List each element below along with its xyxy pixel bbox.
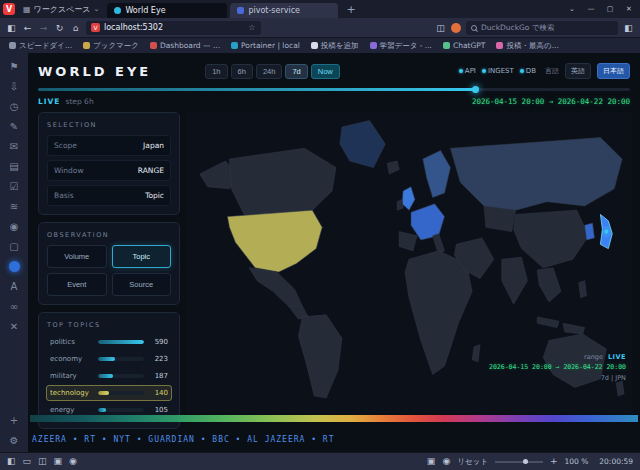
zoom-slider[interactable] xyxy=(495,457,543,466)
region-usa[interactable] xyxy=(227,210,322,272)
feeds-panel-icon[interactable]: ≋ xyxy=(7,200,21,213)
region-south-america[interactable] xyxy=(298,315,341,398)
settings-gear-icon[interactable]: ⚙ xyxy=(7,434,21,447)
downloads-panel-icon[interactable]: ⇩ xyxy=(7,80,21,93)
region-indonesia-east[interactable] xyxy=(563,323,585,334)
tab-pivot-service[interactable]: pivot-service xyxy=(230,3,338,18)
observation-topic-button[interactable]: Topic xyxy=(112,245,172,268)
region-africa[interactable] xyxy=(405,251,472,375)
region-india[interactable] xyxy=(502,257,528,304)
region-philippines[interactable] xyxy=(579,281,587,298)
region-russia[interactable] xyxy=(450,138,622,211)
new-tab-button[interactable]: + xyxy=(341,3,360,16)
minimize-button[interactable]: — xyxy=(583,5,599,13)
image-toggle-icon[interactable]: ▣ xyxy=(54,457,63,466)
window-menu-icon[interactable]: ⌄ xyxy=(564,5,580,13)
screenshot-icon[interactable]: ◉ xyxy=(442,457,450,466)
observation-volume-button[interactable]: Volume xyxy=(47,245,107,268)
translate-panel-icon[interactable]: A xyxy=(7,280,21,293)
bookmark-item[interactable]: 投稿・最高の... xyxy=(496,41,558,51)
forward-icon[interactable]: → xyxy=(38,23,49,33)
zoom-reset-button[interactable]: リセット xyxy=(457,457,488,467)
bookmark-star-icon[interactable]: ☆ xyxy=(248,23,255,32)
close-button[interactable]: ✕ xyxy=(621,5,637,13)
maximize-button[interactable]: ▢ xyxy=(602,5,618,13)
region-indonesia-west[interactable] xyxy=(537,317,559,328)
workspace-switcher[interactable]: ▦ ワークスペース ⌄ xyxy=(18,4,104,15)
vivaldi-logo-icon[interactable]: V xyxy=(3,3,15,15)
bookmark-item[interactable]: Portainer | local xyxy=(231,41,300,50)
window-panel-icon[interactable]: ▢ xyxy=(7,240,21,253)
panel-toggle-icon[interactable]: ◧ xyxy=(6,23,17,33)
language-japanese-button[interactable]: 日本語 xyxy=(597,63,630,79)
bookmark-item[interactable]: Dashboard — ... xyxy=(150,41,220,50)
history-panel-icon[interactable]: ◷ xyxy=(7,100,21,113)
tasks-panel-icon[interactable]: ☑ xyxy=(7,180,21,193)
topic-row-military[interactable]: military 187 xyxy=(47,369,171,383)
dev-panel-icon[interactable]: ∞ xyxy=(7,300,21,313)
site-shield-icon[interactable]: V xyxy=(91,23,100,32)
bookmark-item[interactable]: ブックマーク xyxy=(83,41,139,51)
page-image-icon[interactable]: ▣ xyxy=(427,457,436,466)
topic-row-technology[interactable]: technology 140 xyxy=(47,386,171,400)
region-uk[interactable] xyxy=(402,187,415,210)
web-panel-icon[interactable] xyxy=(7,260,21,273)
observation-source-button[interactable]: Source xyxy=(112,273,172,296)
bookmark-item[interactable]: ChatGPT xyxy=(443,41,485,50)
region-canada[interactable] xyxy=(229,148,336,216)
capture-icon[interactable]: ◉ xyxy=(69,457,77,466)
zoom-slider-handle[interactable] xyxy=(523,459,528,464)
back-icon[interactable]: ← xyxy=(22,23,33,33)
notes-panel-icon[interactable]: ✎ xyxy=(7,120,21,133)
region-china[interactable] xyxy=(514,210,589,268)
home-icon[interactable]: ⌂ xyxy=(70,23,81,33)
tab-world-eye[interactable]: World Eye xyxy=(107,3,227,18)
mail-panel-icon[interactable]: ✉ xyxy=(7,140,21,153)
time-slider[interactable] xyxy=(38,85,630,94)
region-korea[interactable] xyxy=(585,223,595,240)
selection-row-window[interactable]: Window RANGE xyxy=(47,160,171,181)
world-map[interactable]: range LIVE 2026-04-15 20:00 → 2026-04-22… xyxy=(186,112,632,413)
region-mexico[interactable] xyxy=(249,268,302,306)
region-iceland[interactable] xyxy=(387,161,399,174)
topic-row-politics[interactable]: politics 590 xyxy=(47,335,171,349)
range-now-button[interactable]: Now xyxy=(311,64,340,79)
range-6h-button[interactable]: 6h xyxy=(231,64,253,79)
extensions-icon[interactable]: ◫ xyxy=(435,23,446,33)
search-input[interactable] xyxy=(481,23,613,32)
topic-row-economy[interactable]: economy 223 xyxy=(47,352,171,366)
contacts-panel-icon[interactable]: ◉ xyxy=(7,220,21,233)
japan-focus-marker[interactable] xyxy=(604,229,608,233)
range-7d-button[interactable]: 7d xyxy=(285,64,307,79)
region-greenland[interactable] xyxy=(340,121,385,168)
tile-grid-icon[interactable]: ◫ xyxy=(38,457,47,466)
range-24h-button[interactable]: 24h xyxy=(256,64,283,79)
range-1h-button[interactable]: 1h xyxy=(205,64,227,79)
region-new-zealand[interactable] xyxy=(616,381,624,396)
region-madagascar[interactable] xyxy=(472,345,480,362)
tile-single-icon[interactable]: ▭ xyxy=(23,457,32,466)
region-central-asia[interactable] xyxy=(484,206,516,232)
address-input[interactable] xyxy=(104,23,244,32)
region-scandinavia[interactable] xyxy=(423,150,451,197)
bookmark-item[interactable]: 投稿を追加 xyxy=(311,41,359,51)
url-field[interactable]: V ☆ xyxy=(86,21,261,35)
bookmarks-panel-icon[interactable]: ⚑ xyxy=(7,60,21,73)
selection-row-basis[interactable]: Basis Topic xyxy=(47,185,171,206)
calendar-panel-icon[interactable]: ▤ xyxy=(7,160,21,173)
region-iberia[interactable] xyxy=(399,232,417,251)
social-panel-icon[interactable]: ✕ xyxy=(7,320,21,333)
search-field[interactable] xyxy=(466,21,618,35)
add-panel-icon[interactable]: + xyxy=(7,414,21,427)
selection-row-scope[interactable]: Scope Japan xyxy=(47,135,171,156)
bookmark-item[interactable]: スピードダイ... xyxy=(9,41,72,51)
region-southeast-asia[interactable] xyxy=(537,268,561,302)
panel-toggle-icon[interactable]: ◧ xyxy=(7,457,16,466)
profile-avatar[interactable] xyxy=(451,23,461,33)
bookmark-item[interactable]: 学習データ - ... xyxy=(370,41,432,51)
observation-event-button[interactable]: Event xyxy=(47,273,107,296)
zoom-in-icon[interactable]: + xyxy=(550,457,558,466)
panel-toggle-right-icon[interactable]: ◧ xyxy=(623,23,634,33)
slider-handle[interactable] xyxy=(472,86,479,93)
language-english-button[interactable]: 英語 xyxy=(565,63,591,79)
